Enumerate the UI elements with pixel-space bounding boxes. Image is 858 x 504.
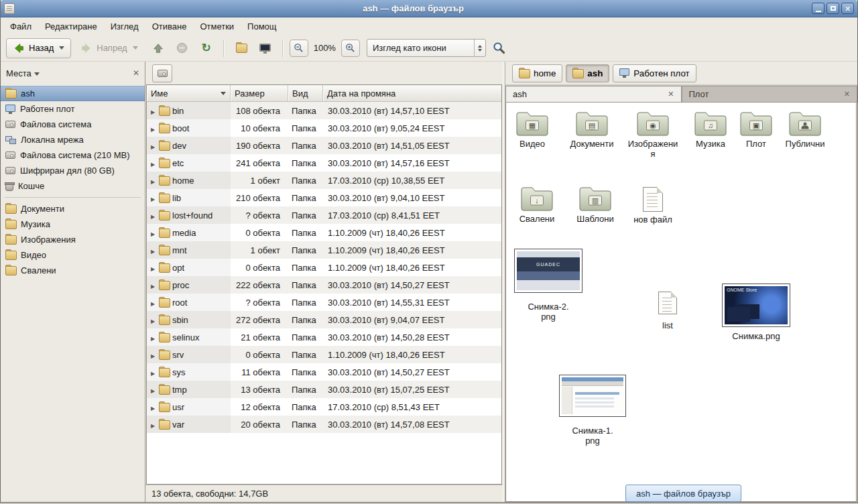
search-button[interactable] [489,38,510,58]
menu-help[interactable]: Помощ [241,19,283,34]
table-row[interactable]: etc241 обектаПапка30.03.2010 (вт) 14,57,… [147,154,501,172]
table-row[interactable]: opt0 обектаПапка1.10.2009 (чт) 18,40,26 … [147,259,501,276]
expander-icon[interactable] [149,158,156,168]
file-snimka-2-png[interactable]: GUADEC Снимка-2.png [514,249,583,322]
table-row[interactable]: srv0 обектаПапка1.10.2009 (чт) 18,40,26 … [147,346,501,363]
folder-documents[interactable]: Документи [565,111,619,149]
titlebar[interactable]: ash — файлов браузър [1,0,857,17]
table-row[interactable]: tmp13 обектаПапка30.03.2010 (вт) 15,07,2… [147,381,501,398]
folder-templates[interactable]: Шаблони [570,186,620,225]
sidebar-item-documents[interactable]: Документи [1,201,145,216]
table-row[interactable]: var20 обектаПапка30.03.2010 (вт) 14,57,0… [147,416,501,433]
expander-icon[interactable] [149,141,156,151]
table-row[interactable]: selinux21 обектаПапка30.03.2010 (вт) 14,… [147,328,501,346]
sidebar-item-network[interactable]: Локална мрежа [1,132,145,147]
close-button[interactable] [841,3,854,14]
menu-view[interactable]: Изглед [104,19,145,34]
menu-edit[interactable]: Редактиране [38,19,104,34]
sidebar-item-desktop[interactable]: Работен плот [1,101,145,117]
sidebar-item-pictures[interactable]: Изображения [1,232,145,247]
up-button[interactable] [147,38,169,58]
table-row[interactable]: home1 обектПапка17.03.2010 (ср) 10,38,55… [147,172,501,189]
table-row[interactable]: proc222 обектаПапка30.03.2010 (вт) 14,50… [147,276,501,294]
table-row[interactable]: sbin272 обектаПапка30.03.2010 (вт) 9,04,… [147,311,501,328]
table-row[interactable]: usr12 обектаПапка17.03.2010 (ср) 8,51,43… [147,398,501,416]
expander-icon[interactable] [149,263,156,273]
expander-icon[interactable] [149,280,156,290]
sidebar-item-downloads[interactable]: Свалени [1,263,145,278]
expander-icon[interactable] [149,176,156,186]
zoom-out-button[interactable] [290,40,308,57]
table-row[interactable]: media0 обектаПапка1.10.2009 (чт) 18,40,2… [147,224,501,241]
sidebar-item-encrypted-80gb[interactable]: Шифриран дял (80 GB) [1,163,145,178]
taskbar-window-button[interactable]: ash — файлов браузър [625,485,741,502]
column-header-name[interactable]: Име [147,85,231,101]
folder-pictures[interactable]: Изображения [625,111,680,160]
sidebar-item-home[interactable]: ash [1,86,145,101]
places-dropdown-icon[interactable] [34,72,40,76]
expander-icon[interactable] [149,315,156,325]
file-snimka-1-png[interactable]: Снимка-1.png [558,375,627,446]
breadcrumb-desktop[interactable]: Работен плот [613,64,696,82]
back-button[interactable]: Назад [6,38,71,58]
tab-close-icon[interactable] [668,90,674,99]
expander-icon[interactable] [149,228,156,238]
tab-ash[interactable]: ash [505,86,682,102]
tab-desktop[interactable]: Плот [682,86,858,102]
tab-close-icon[interactable] [844,90,850,99]
column-header-type[interactable]: Вид [288,85,323,101]
table-row[interactable]: dev190 обектаПапка30.03.2010 (вт) 14,51,… [147,137,501,154]
expander-icon[interactable] [149,245,156,255]
zoom-in-button[interactable] [341,40,360,57]
expander-icon[interactable] [149,332,156,342]
table-row[interactable]: root? обектаПапка30.03.2010 (вт) 14,55,3… [147,294,501,311]
expander-icon[interactable] [149,298,156,308]
table-row[interactable]: sys11 обектаПапка30.03.2010 (вт) 14,50,2… [147,363,501,381]
breadcrumb-ash[interactable]: ash [566,64,609,82]
minimize-button[interactable] [812,3,824,14]
breadcrumb-home[interactable]: home [512,64,562,82]
stop-button[interactable] [172,38,193,58]
reload-button[interactable] [196,38,217,58]
folder-downloads[interactable]: Свалени [513,186,561,225]
table-row[interactable]: mnt1 обектПапка1.10.2009 (чт) 18,40,26 E… [147,241,501,259]
expander-icon[interactable] [149,106,156,116]
file-new-file[interactable]: нов файл [628,187,678,225]
maximize-button[interactable] [826,3,839,14]
table-row[interactable]: lib210 обектаПапка30.03.2010 (вт) 9,04,1… [147,189,501,206]
table-row[interactable]: boot10 обектаПапка30.03.2010 (вт) 9,05,2… [147,119,501,137]
column-header-size[interactable]: Размер [231,85,288,101]
sidebar-item-music[interactable]: Музика [1,216,145,232]
folder-videos[interactable]: Видео [510,111,554,149]
root-location-button[interactable] [152,64,172,82]
places-label[interactable]: Места [6,68,32,78]
sidebar-item-trash[interactable]: Кошче [1,178,145,194]
sidebar-item-filesystem[interactable]: Файлова система [1,117,145,132]
expander-icon[interactable] [149,350,156,360]
folder-public[interactable]: Публични [781,111,829,149]
sidebar-close-button[interactable] [133,68,139,78]
menu-bookmarks[interactable]: Отметки [193,19,241,34]
table-row[interactable]: lost+found? обектаПапка17.03.2010 (ср) 8… [147,206,501,224]
view-mode-spinner[interactable] [474,40,485,56]
expander-icon[interactable] [149,385,156,395]
file-snimka-png[interactable]: GNOME Store Снимка.png [721,284,792,342]
expander-icon[interactable] [149,402,156,412]
folder-music[interactable]: Музика [688,111,733,149]
expander-icon[interactable] [149,193,156,203]
computer-button[interactable] [255,38,276,58]
icon-view[interactable]: Видео Документи Изображения Музика Плот [505,103,857,502]
view-mode-select[interactable]: Изглед като икони [367,39,486,57]
column-header-date[interactable]: Дата на промяна [323,85,501,101]
table-row[interactable]: bin108 обектаПапка30.03.2010 (вт) 14,57,… [147,102,501,119]
expander-icon[interactable] [149,123,156,133]
file-list[interactable]: list [648,292,687,331]
menu-file[interactable]: Файл [3,19,38,34]
folder-desktop[interactable]: Плот [737,111,776,149]
sidebar-item-videos[interactable]: Видео [1,247,145,263]
home-button[interactable] [231,38,252,58]
forward-button[interactable]: Напред [74,38,144,58]
menu-go[interactable]: Отиване [145,19,194,34]
expander-icon[interactable] [149,210,156,220]
expander-icon[interactable] [149,420,156,430]
